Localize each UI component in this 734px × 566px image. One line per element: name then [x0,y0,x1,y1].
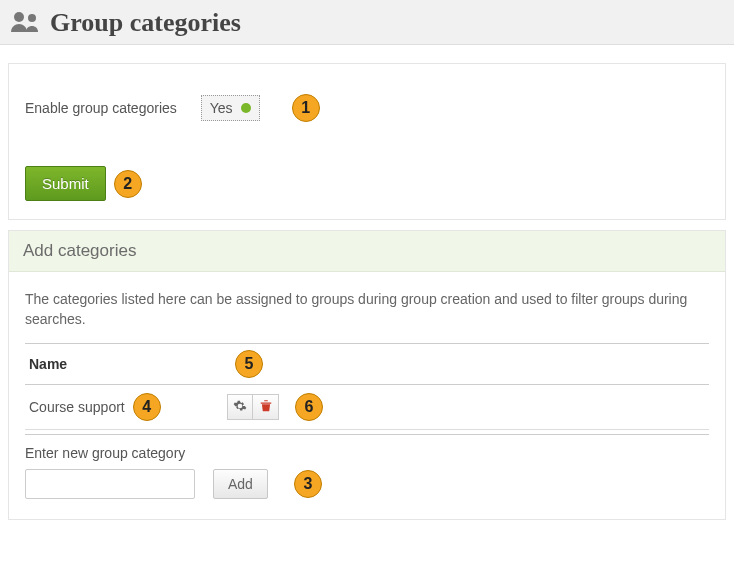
callout-2: 2 [114,170,142,198]
table-header: Name 5 [25,343,709,385]
table-row: Course support 4 6 [25,385,709,430]
category-name: Course support [29,399,125,415]
section-title: Add categories [9,231,725,272]
edit-button[interactable] [227,394,253,420]
group-icon [10,10,40,37]
enable-label: Enable group categories [25,100,177,116]
enable-row: Enable group categories Yes 1 [25,94,709,122]
new-category-input[interactable] [25,469,195,499]
enter-label: Enter new group category [25,445,709,461]
gear-icon [233,399,247,416]
col-header-name: Name [29,356,219,372]
delete-button[interactable] [253,394,279,420]
status-dot-icon [241,103,251,113]
add-button[interactable]: Add [213,469,268,499]
page-header: Group categories [0,0,734,45]
svg-point-1 [28,14,36,22]
enable-toggle[interactable]: Yes [201,95,260,121]
submit-button[interactable]: Submit [25,166,106,201]
page-title: Group categories [50,8,241,38]
callout-1: 1 [292,94,320,122]
callout-4: 4 [133,393,161,421]
svg-point-0 [14,12,24,22]
callout-6: 6 [295,393,323,421]
section-description: The categories listed here can be assign… [25,290,709,329]
add-form: Enter new group category Add 3 [25,434,709,499]
add-categories-section: Add categories The categories listed her… [8,230,726,520]
callout-3: 3 [294,470,322,498]
trash-icon [259,399,273,416]
toggle-text: Yes [210,100,233,116]
callout-5: 5 [235,350,263,378]
categories-table: Name 5 Course support 4 [25,343,709,499]
enable-panel: Enable group categories Yes 1 Submit 2 [8,63,726,220]
